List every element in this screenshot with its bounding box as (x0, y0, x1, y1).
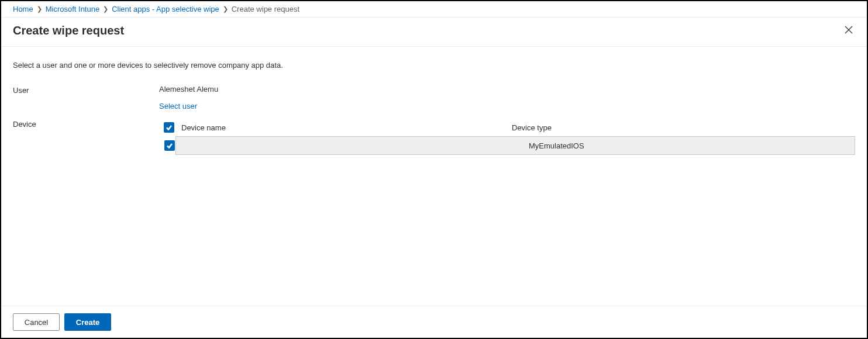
device-table: Device name Device type MyEmulatedIOS (159, 119, 855, 155)
select-user-link[interactable]: Select user (159, 102, 855, 110)
cancel-button[interactable]: Cancel (13, 313, 60, 331)
create-button[interactable]: Create (64, 313, 111, 331)
breadcrumb-home[interactable]: Home (13, 5, 33, 13)
content-area: Select a user and one or more devices to… (1, 47, 867, 306)
device-table-row[interactable]: MyEmulatedIOS (175, 136, 855, 155)
user-label: User (13, 85, 159, 95)
breadcrumb-intune[interactable]: Microsoft Intune (46, 5, 100, 13)
page-title: Create wipe request (13, 24, 124, 37)
intro-text: Select a user and one or more devices to… (13, 61, 855, 70)
breadcrumb-client-apps[interactable]: Client apps - App selective wipe (112, 5, 219, 13)
device-value: Device name Device type MyEmulatedIOS (159, 119, 855, 155)
page-header: Create wipe request (1, 18, 867, 47)
breadcrumb-current: Create wipe request (232, 5, 299, 13)
user-name: Alemeshet Alemu (159, 85, 855, 94)
device-label: Device (13, 119, 159, 129)
row-checkbox[interactable] (164, 140, 175, 151)
device-row: Device Device name Device type (13, 119, 855, 155)
cell-device-type: MyEmulatedIOS (529, 141, 850, 150)
close-button[interactable] (842, 23, 855, 38)
close-icon (845, 26, 853, 34)
breadcrumb: Home ❯ Microsoft Intune ❯ Client apps - … (1, 1, 867, 18)
chevron-right-icon: ❯ (223, 5, 228, 13)
col-device-name[interactable]: Device name (181, 123, 512, 132)
user-row: User Alemeshet Alemu Select user (13, 85, 855, 110)
user-value: Alemeshet Alemu Select user (159, 85, 855, 110)
chevron-right-icon: ❯ (37, 5, 42, 13)
device-table-header: Device name Device type (159, 119, 855, 136)
select-all-checkbox[interactable] (164, 122, 174, 133)
col-device-type[interactable]: Device type (512, 123, 850, 132)
chevron-right-icon: ❯ (103, 5, 108, 13)
check-icon (166, 124, 173, 131)
footer: Cancel Create (1, 306, 867, 338)
check-icon (166, 142, 173, 149)
